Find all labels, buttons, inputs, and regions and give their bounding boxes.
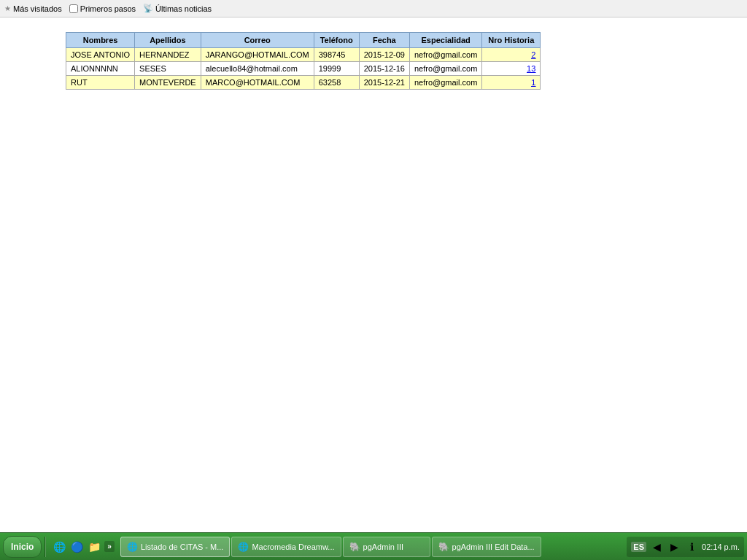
nav-mas-visitados[interactable]: ★ Más visitados	[4, 4, 62, 13]
nav-mas-visitados-label: Más visitados	[13, 4, 62, 13]
cell-apellido: SESES	[135, 62, 201, 76]
cell-nro[interactable]: 13	[482, 62, 541, 76]
table-row: ALIONNNNNSESESalecuello84@hotmail.com199…	[66, 62, 541, 76]
star-icon: ★	[4, 4, 11, 12]
app-icon-1: 🌐	[238, 542, 249, 552]
taskbar-more-button[interactable]: »	[104, 541, 115, 552]
taskbar-app-3[interactable]: 🐘pgAdmin III Edit Data...	[432, 537, 541, 557]
cell-nro[interactable]: 2	[482, 48, 541, 62]
primeros-pasos-checkbox[interactable]	[69, 4, 78, 13]
taskbar-info-icon[interactable]: ℹ	[684, 540, 699, 554]
cell-fecha: 2015-12-21	[359, 76, 409, 90]
cell-correo: JARANGO@HOTMAIL.COM	[201, 48, 314, 62]
taskbar-divider	[44, 537, 46, 557]
app-icon-2: 🐘	[349, 542, 360, 552]
taskbar-app-icon-2[interactable]: 🔵	[69, 540, 84, 554]
app-icon-0: 🌐	[127, 542, 138, 552]
taskbar-app-0[interactable]: 🌐Listado de CITAS - M...	[120, 537, 231, 557]
cell-fecha: 2015-12-16	[359, 62, 409, 76]
app-label-2: pgAdmin III	[363, 542, 404, 551]
content-area: Nombres Apellidos Correo Teléfono Fecha …	[0, 18, 747, 532]
nro-historia-link[interactable]: 2	[531, 50, 535, 59]
col-nombres: Nombres	[66, 33, 135, 48]
citas-table: Nombres Apellidos Correo Teléfono Fecha …	[66, 32, 541, 90]
time-display: 02:14 p.m.	[702, 542, 740, 551]
nro-historia-link[interactable]: 13	[527, 64, 535, 73]
app-label-0: Listado de CITAS - M...	[141, 542, 224, 551]
cell-nombre: JOSE ANTONIO	[66, 48, 135, 62]
col-nro-historia: Nro Historia	[482, 33, 541, 48]
nro-historia-link[interactable]: 1	[531, 78, 535, 87]
col-correo: Correo	[201, 33, 314, 48]
col-especialidad: Especialidad	[409, 33, 481, 48]
app-icon-3: 🐘	[438, 542, 449, 552]
start-label: Inicio	[11, 542, 34, 552]
nav-ultimas-noticias[interactable]: 📡 Últimas noticias	[143, 4, 212, 13]
col-apellidos: Apellidos	[135, 33, 201, 48]
taskbar: Inicio 🌐 🔵 📁 » 🌐Listado de CITAS - M...🌐…	[0, 532, 747, 560]
lang-badge: ES	[631, 542, 646, 552]
cell-correo: alecuello84@hotmail.com	[201, 62, 314, 76]
cell-nombre: ALIONNNNN	[66, 62, 135, 76]
app-label-3: pgAdmin III Edit Data...	[452, 542, 535, 551]
taskbar-apps: 🌐Listado de CITAS - M...🌐Macromedia Drea…	[120, 537, 624, 557]
cell-especialidad: nefro@gmail.com	[409, 62, 481, 76]
col-telefono: Teléfono	[314, 33, 359, 48]
table-row: JOSE ANTONIOHERNANDEZJARANGO@HOTMAIL.COM…	[66, 48, 541, 62]
cell-nro[interactable]: 1	[482, 76, 541, 90]
cell-telefono: 398745	[314, 48, 359, 62]
taskbar-browser-icon[interactable]: 🌐	[52, 540, 66, 554]
nav-ultimas-noticias-label: Últimas noticias	[155, 4, 212, 13]
cell-telefono: 19999	[314, 62, 359, 76]
table-header-row: Nombres Apellidos Correo Teléfono Fecha …	[66, 33, 541, 48]
col-fecha: Fecha	[359, 33, 409, 48]
cell-especialidad: nefro@gmail.com	[409, 48, 481, 62]
table-row: RUTMONTEVERDEMARCO@HOTMAIL.COM632582015-…	[66, 76, 541, 90]
cell-telefono: 63258	[314, 76, 359, 90]
cell-apellido: MONTEVERDE	[135, 76, 201, 90]
taskbar-app-1[interactable]: 🌐Macromedia Dreamw...	[231, 537, 341, 557]
cell-especialidad: nefro@gmail.com	[409, 76, 481, 90]
taskbar-back-icon[interactable]: ◀	[649, 540, 664, 554]
taskbar-right: ES ◀ ▶ ℹ 02:14 p.m.	[627, 537, 744, 557]
cell-fecha: 2015-12-09	[359, 48, 409, 62]
taskbar-icons: 🌐 🔵 📁 »	[49, 540, 117, 554]
taskbar-forward-icon[interactable]: ▶	[667, 540, 681, 554]
app-label-1: Macromedia Dreamw...	[252, 542, 334, 551]
nav-primeros-pasos-label: Primeros pasos	[80, 4, 136, 13]
start-button[interactable]: Inicio	[3, 536, 42, 558]
taskbar-app-icon-3[interactable]: 📁	[87, 540, 101, 554]
cell-correo: MARCO@HOTMAIL.COM	[201, 76, 314, 90]
cell-apellido: HERNANDEZ	[135, 48, 201, 62]
rss-icon: 📡	[143, 4, 153, 13]
nav-bar: ★ Más visitados Primeros pasos 📡 Últimas…	[0, 0, 747, 18]
nav-primeros-pasos[interactable]: Primeros pasos	[69, 4, 136, 13]
cell-nombre: RUT	[66, 76, 135, 90]
taskbar-app-2[interactable]: 🐘pgAdmin III	[343, 537, 430, 557]
